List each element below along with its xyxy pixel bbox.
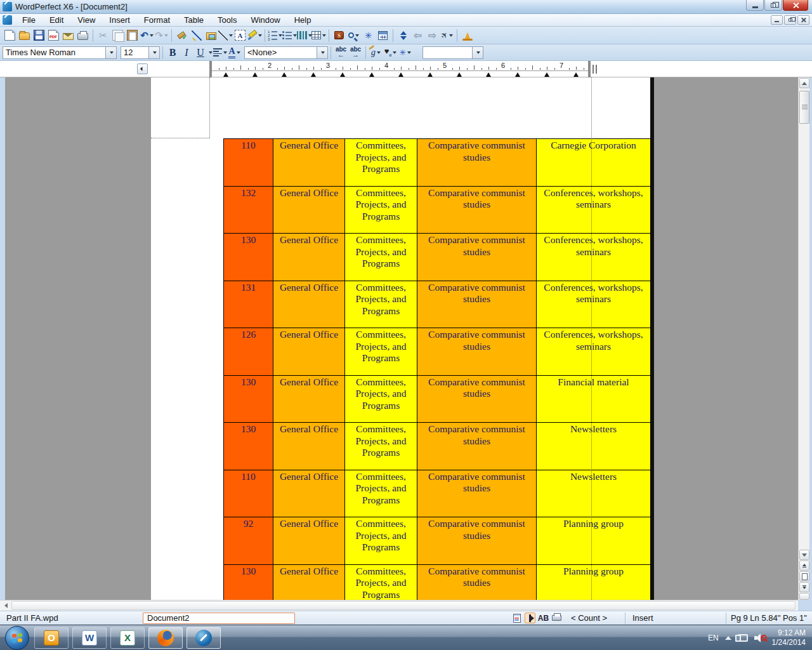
style-combo[interactable]: <None> bbox=[244, 46, 328, 59]
table-cell[interactable]: 131 bbox=[224, 281, 273, 328]
table-cell[interactable]: General Office bbox=[273, 139, 345, 187]
taskbar-button-firefox[interactable] bbox=[148, 627, 183, 649]
back-button[interactable]: ⇦ bbox=[410, 28, 425, 43]
table-cell[interactable]: Comparative communist studies bbox=[417, 139, 537, 187]
table-cell[interactable]: General Office bbox=[273, 470, 345, 517]
tab-stop-marker[interactable] bbox=[223, 72, 228, 77]
table-cell[interactable]: 110 bbox=[224, 470, 273, 517]
tab-stop-marker[interactable] bbox=[252, 72, 258, 77]
table-cell[interactable]: Committees, Projects, and Programs bbox=[345, 139, 417, 187]
tab-stop-marker[interactable] bbox=[573, 72, 579, 77]
taskbar-button-word[interactable]: W bbox=[72, 627, 107, 649]
send-mail-button[interactable] bbox=[61, 28, 75, 43]
table-cell[interactable]: 92 bbox=[224, 517, 273, 565]
zoom-button[interactable] bbox=[346, 28, 361, 43]
language-indicator[interactable]: EN bbox=[708, 633, 719, 642]
document-tab[interactable]: Document2 bbox=[143, 613, 295, 624]
numbering-button[interactable]: 123 bbox=[268, 28, 282, 43]
bold-button[interactable]: B bbox=[166, 46, 180, 60]
table-cell[interactable]: Financial material bbox=[537, 375, 651, 423]
status-filename[interactable]: Part II FA.wpd bbox=[6, 613, 143, 623]
table-cell[interactable]: Committees, Projects, and Programs bbox=[345, 234, 417, 281]
document-icon[interactable] bbox=[3, 15, 12, 25]
table-cell[interactable]: Comparative communist studies bbox=[417, 186, 537, 234]
vertical-scroll-thumb[interactable] bbox=[799, 91, 809, 124]
taskbar-button-outlook[interactable]: O bbox=[34, 627, 69, 649]
table-cell[interactable]: 130 bbox=[224, 234, 273, 281]
table-cell[interactable]: 130 bbox=[224, 375, 273, 423]
tab-stop-marker[interactable] bbox=[398, 72, 403, 77]
insert-mode-status[interactable]: Insert bbox=[632, 613, 653, 623]
menu-item-format[interactable]: Format bbox=[137, 15, 177, 25]
table-cell[interactable]: Comparative communist studies bbox=[417, 375, 537, 423]
highlight-button[interactable] bbox=[247, 28, 262, 43]
table-cell[interactable]: Planning group bbox=[537, 564, 651, 600]
vertical-scrollbar[interactable] bbox=[798, 77, 809, 600]
zoom-combo[interactable] bbox=[422, 46, 483, 59]
menu-item-window[interactable]: Window bbox=[244, 15, 287, 25]
doc-restore-button[interactable] bbox=[784, 15, 796, 25]
network-icon[interactable] bbox=[738, 634, 748, 642]
shadow-cursor-button[interactable] bbox=[189, 28, 204, 43]
font-face-dropdown-button[interactable] bbox=[105, 47, 116, 58]
new-document-button[interactable] bbox=[3, 28, 17, 43]
horizontal-scroll-thumb[interactable] bbox=[11, 601, 796, 610]
tab-stop-strip[interactable] bbox=[209, 72, 591, 77]
italic-button[interactable]: I bbox=[180, 46, 193, 60]
table-cell[interactable]: Conferences, workshops, seminars bbox=[537, 281, 651, 328]
table-cell[interactable]: General Office bbox=[273, 234, 345, 281]
right-margin-marker[interactable] bbox=[588, 61, 591, 77]
table-cell[interactable]: Comparative communist studies bbox=[417, 470, 537, 517]
table-cell[interactable]: Comparative communist studies bbox=[417, 564, 537, 600]
clipart-button[interactable] bbox=[204, 28, 218, 43]
table-cell[interactable]: Committees, Projects, and Programs bbox=[345, 328, 417, 376]
font-size-dropdown-button[interactable] bbox=[148, 47, 159, 58]
symbols-button[interactable]: ✳ bbox=[361, 28, 376, 43]
menu-item-help[interactable]: Help bbox=[287, 15, 318, 25]
table-cell[interactable]: Committees, Projects, and Programs bbox=[345, 375, 417, 423]
menu-item-file[interactable]: File bbox=[15, 15, 43, 25]
bullets-button[interactable] bbox=[282, 28, 297, 43]
doc-close-button[interactable] bbox=[797, 15, 809, 25]
tab-stop-marker[interactable] bbox=[486, 72, 491, 77]
scroll-up-button[interactable] bbox=[799, 78, 809, 88]
macro-button[interactable]: ✈ bbox=[440, 28, 454, 43]
symbols-small-button[interactable]: ✳ bbox=[398, 45, 412, 60]
quickwords-button[interactable] bbox=[376, 28, 390, 43]
doc-minimize-button[interactable] bbox=[771, 15, 783, 25]
abc-next-button[interactable]: abc→ bbox=[348, 45, 363, 60]
scroll-left-button[interactable] bbox=[1, 601, 11, 610]
publish-pdf-button[interactable]: PDF bbox=[46, 28, 61, 43]
table-cell[interactable]: General Office bbox=[273, 186, 345, 234]
table-cell[interactable]: Planning group bbox=[537, 517, 651, 565]
count-status[interactable]: < Count > bbox=[571, 613, 607, 623]
save-button[interactable] bbox=[32, 28, 46, 43]
redo-button[interactable]: ↷ bbox=[154, 28, 169, 43]
taskbar-button-wordperfect[interactable] bbox=[187, 627, 221, 649]
restore-button[interactable] bbox=[764, 0, 782, 11]
cut-button[interactable]: ✂ bbox=[96, 28, 110, 43]
table-cell[interactable]: Committees, Projects, and Programs bbox=[345, 423, 417, 470]
abc-prev-button[interactable]: abc← bbox=[334, 45, 348, 60]
table-cell[interactable]: General Office bbox=[273, 375, 345, 423]
table-cell[interactable]: Carnegie Corporation bbox=[537, 139, 651, 187]
text-box-button[interactable]: A bbox=[233, 28, 247, 43]
table-cell[interactable]: General Office bbox=[273, 423, 345, 470]
menu-item-edit[interactable]: Edit bbox=[43, 15, 70, 25]
browse-by-button[interactable] bbox=[799, 571, 809, 581]
table-cell[interactable]: Committees, Projects, and Programs bbox=[345, 186, 417, 234]
columns-button[interactable] bbox=[297, 28, 311, 43]
tab-stop-marker[interactable] bbox=[457, 72, 462, 77]
menu-item-tools[interactable]: Tools bbox=[211, 15, 244, 25]
table-cell[interactable]: Committees, Projects, and Programs bbox=[345, 517, 417, 565]
table-cell[interactable]: Comparative communist studies bbox=[417, 423, 537, 470]
printer-status-button[interactable] bbox=[551, 613, 562, 623]
table-cell[interactable]: General Office bbox=[273, 328, 345, 376]
horizontal-scrollbar[interactable] bbox=[0, 600, 798, 611]
table-cell[interactable]: 132 bbox=[224, 186, 273, 234]
minimize-button[interactable] bbox=[746, 0, 764, 11]
paste-button[interactable] bbox=[125, 28, 140, 43]
sort-button[interactable] bbox=[396, 28, 410, 43]
quickformat-button[interactable] bbox=[174, 28, 189, 43]
table-cell[interactable]: General Office bbox=[273, 281, 345, 328]
